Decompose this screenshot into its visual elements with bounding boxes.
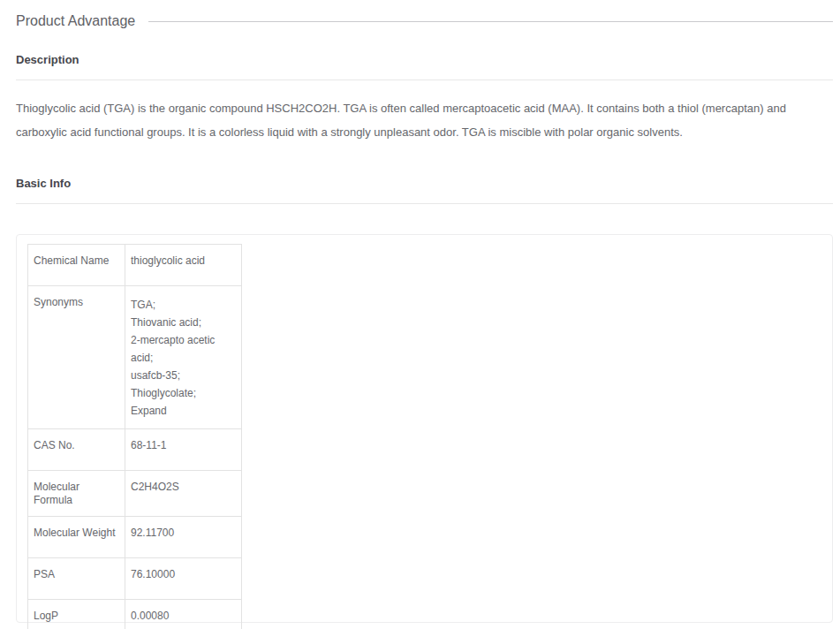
row-label: Synonyms [28,286,125,429]
synonym-line: Thioglycolate; [131,384,236,402]
synonym-line: 2-mercapto acetic acid; [131,331,236,367]
basic-info-table: Chemical Name thioglycolic acid Synonyms… [27,244,242,629]
section-divider [16,203,833,204]
row-label: Molecular Weight [28,517,125,558]
synonym-list: TGA; Thiovanic acid; 2-mercapto acetic a… [131,296,236,402]
basic-info-section: Basic Info Chemical Name thioglycolic ac… [16,177,833,623]
row-value: 76.10000 [125,558,242,600]
basic-info-heading: Basic Info [16,177,833,190]
basic-info-panel: Chemical Name thioglycolic acid Synonyms… [16,234,833,623]
description-section: Description Thioglycolic acid (TGA) is t… [16,53,833,144]
synonym-line: TGA; [131,296,236,314]
section-divider [16,80,833,80]
row-label: Chemical Name [28,245,125,286]
table-row-psa: PSA 76.10000 [28,558,242,600]
synonym-line: usafcb-35; [131,367,236,384]
row-value: 92.11700 [125,517,242,558]
page-header: Product Advantage [16,0,833,30]
table-row-cas-no: CAS No. 68-11-1 [28,429,242,471]
row-value: 0.00080 [125,600,242,629]
row-label: Molecular Formula [28,471,125,517]
row-value: C2H4O2S [125,471,242,517]
description-heading: Description [16,53,833,66]
product-page: Product Advantage Description Thioglycol… [0,0,840,629]
table-row-molecular-formula: Molecular Formula C2H4O2S [28,471,242,517]
table-row-chemical-name: Chemical Name thioglycolic acid [28,245,242,286]
page-title: Product Advantage [16,12,135,30]
row-value: TGA; Thiovanic acid; 2-mercapto acetic a… [125,286,242,429]
row-label: CAS No. [28,429,125,471]
table-row-logp: LogP 0.00080 [28,600,242,629]
header-rule [148,21,833,22]
row-label: PSA [28,558,125,600]
description-paragraph: Thioglycolic acid (TGA) is the organic c… [16,96,833,144]
table-row-synonyms: Synonyms TGA; Thiovanic acid; 2-mercapto… [28,286,242,429]
synonym-line: Thiovanic acid; [131,314,236,331]
row-value: thioglycolic acid [125,245,242,286]
row-value: 68-11-1 [125,429,242,471]
row-label: LogP [28,600,125,629]
table-row-molecular-weight: Molecular Weight 92.11700 [28,517,242,558]
synonyms-expand-link[interactable]: Expand [131,402,236,420]
